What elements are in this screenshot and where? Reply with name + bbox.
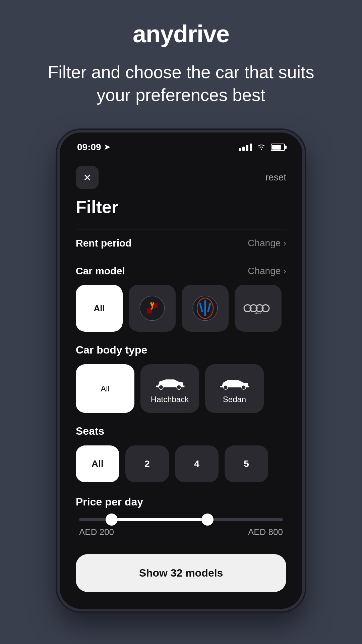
price-max-label: AED 800 xyxy=(248,527,283,537)
rent-period-chevron: › xyxy=(283,238,286,249)
seat-all-pill[interactable]: All xyxy=(76,445,119,482)
car-model-change: Change xyxy=(248,266,281,276)
brand-maserati-pill[interactable] xyxy=(182,285,229,332)
svg-point-18 xyxy=(241,385,245,389)
filter-title: Filter xyxy=(76,197,286,217)
brand-porsche-pill[interactable]: P xyxy=(129,285,176,332)
body-hatchback-pill[interactable]: Hatchback xyxy=(140,364,199,413)
location-icon: ➤ xyxy=(104,143,110,152)
brand-filter-row: All P xyxy=(76,285,286,332)
maserati-logo xyxy=(190,293,220,323)
seat-5-pill[interactable]: 5 xyxy=(225,445,268,482)
body-sedan-pill[interactable]: Sedan xyxy=(205,364,264,413)
car-model-row[interactable]: Car model Change › xyxy=(76,257,286,285)
seat-4-label: 4 xyxy=(194,459,199,469)
body-hatchback-label: Hatchback xyxy=(151,395,189,404)
screen-content: ✕ reset Filter Rent period Change › Car … xyxy=(60,156,302,609)
body-sedan-label: Sedan xyxy=(223,395,246,404)
status-bar: 09:09 ➤ xyxy=(60,132,302,156)
status-time: 09:09 ➤ xyxy=(77,142,110,153)
body-all-label: All xyxy=(101,384,110,393)
battery-icon xyxy=(271,144,285,151)
car-model-label: Car model xyxy=(76,265,125,277)
rent-period-action[interactable]: Change › xyxy=(248,238,286,249)
body-type-filter-row: All Hatchback Sedan xyxy=(76,364,286,413)
app-subtitle: Filter and choose the car that suits you… xyxy=(37,61,325,106)
car-model-action[interactable]: Change › xyxy=(248,266,286,276)
car-body-type-header: Car body type xyxy=(76,344,286,356)
porsche-logo: P xyxy=(137,293,167,323)
brand-audi-pill[interactable]: Audi xyxy=(235,285,282,332)
svg-rect-6 xyxy=(204,300,206,316)
vol-up-button xyxy=(57,186,58,210)
close-icon: ✕ xyxy=(83,172,92,183)
seat-all-label: All xyxy=(92,459,104,469)
filter-header: ✕ reset xyxy=(76,166,286,189)
car-model-chevron: › xyxy=(283,266,286,276)
price-labels: AED 200 AED 800 xyxy=(79,527,283,537)
show-models-label: Show 32 models xyxy=(139,567,223,579)
price-section: Price per day AED 200 AED 800 xyxy=(76,496,286,537)
vol-down-button xyxy=(57,216,58,240)
seat-4-pill[interactable]: 4 xyxy=(175,445,219,482)
slider-thumb-min[interactable] xyxy=(106,514,118,526)
phone-frame: 09:09 ➤ ✕ rese xyxy=(57,130,305,611)
signal-icon xyxy=(239,144,252,151)
hatchback-icon xyxy=(153,373,187,391)
close-button[interactable]: ✕ xyxy=(76,166,99,189)
sedan-icon xyxy=(218,373,251,391)
svg-point-16 xyxy=(177,385,181,389)
seat-2-pill[interactable]: 2 xyxy=(125,445,169,482)
app-title: anydrive xyxy=(133,20,229,48)
rent-period-change: Change xyxy=(248,238,281,249)
power-button xyxy=(304,200,305,236)
seat-2-label: 2 xyxy=(144,459,150,469)
slider-thumb-max[interactable] xyxy=(201,514,214,526)
time-label: 09:09 xyxy=(77,142,101,153)
price-min-label: AED 200 xyxy=(79,527,114,537)
svg-text:Audi: Audi xyxy=(255,312,261,315)
brand-all-label: All xyxy=(94,303,105,314)
show-models-button[interactable]: Show 32 models xyxy=(76,554,286,592)
rent-period-label: Rent period xyxy=(76,237,132,249)
price-label: Price per day xyxy=(76,496,286,508)
audi-logo: Audi xyxy=(243,293,273,323)
seats-header: Seats xyxy=(76,425,286,437)
body-all-pill[interactable]: All xyxy=(76,364,134,413)
rent-period-row[interactable]: Rent period Change › xyxy=(76,229,286,257)
price-slider[interactable] xyxy=(79,518,283,521)
wifi-icon xyxy=(257,143,266,152)
seats-filter-row: All 2 4 5 xyxy=(76,445,286,482)
reset-button[interactable]: reset xyxy=(265,172,286,183)
seat-5-label: 5 xyxy=(244,459,249,469)
slider-fill xyxy=(112,518,207,521)
svg-point-15 xyxy=(159,385,163,389)
status-icons xyxy=(239,143,285,152)
brand-all-pill[interactable]: All xyxy=(76,285,123,332)
svg-point-17 xyxy=(223,385,227,389)
